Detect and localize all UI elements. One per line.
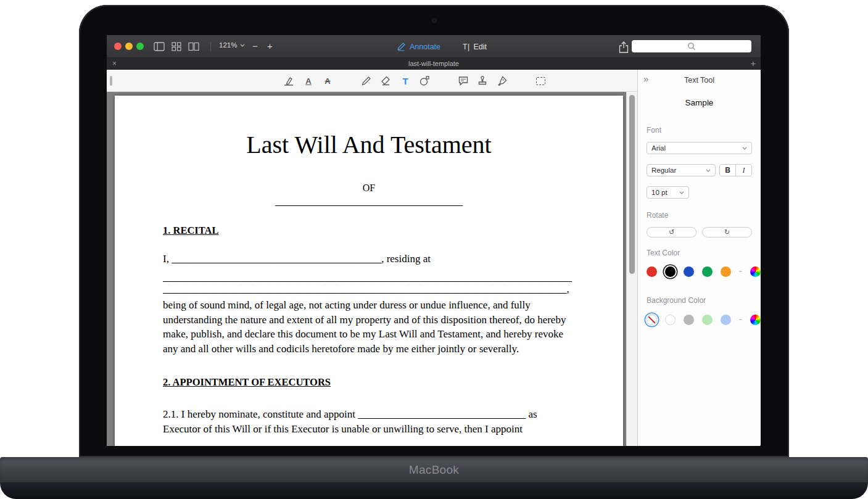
tab-bar: × last-will-template + — [107, 58, 761, 70]
text-color-swatch-0[interactable] — [647, 266, 657, 277]
rotate-right-icon: ↻ — [724, 229, 730, 236]
panel-collapse-button[interactable]: » — [643, 73, 648, 84]
window-titlebar: 121% − + Annotate T| Edit — [107, 35, 761, 58]
panel-title: Text Tool — [647, 76, 752, 85]
font-family-value: Arial — [651, 144, 666, 152]
sidebar-toggle-icon — [154, 42, 165, 51]
eraser-tool-button[interactable] — [379, 74, 392, 88]
section-1-heading: 1. RECITAL — [163, 225, 575, 237]
document-viewport[interactable]: Last Will And Testament OF _____________… — [107, 92, 637, 446]
font-size-dropdown[interactable]: 10 pt — [647, 186, 689, 199]
edit-text-icon: T| — [463, 43, 469, 51]
signature-tool-button[interactable] — [495, 74, 509, 88]
background-color-swatch-5[interactable] — [750, 315, 761, 325]
scrollbar-thumb[interactable] — [629, 95, 635, 274]
shape-icon — [418, 75, 431, 87]
stamp-tool-button[interactable] — [476, 74, 489, 88]
zoom-in-button[interactable]: + — [267, 40, 273, 52]
titlebar-divider — [210, 42, 211, 51]
chevron-down-icon — [706, 169, 711, 172]
search-input[interactable] — [632, 40, 751, 52]
pen-tool-button[interactable] — [360, 74, 373, 88]
annotate-mode-tab[interactable]: Annotate — [397, 42, 440, 51]
background-color-swatch-2[interactable] — [684, 315, 694, 325]
text-tool-button[interactable]: T — [399, 74, 412, 88]
pen-icon — [360, 75, 373, 87]
app-window: 121% − + Annotate T| Edit — [107, 35, 761, 446]
document-page: Last Will And Testament OF _____________… — [115, 96, 623, 446]
eraser-icon — [379, 75, 392, 87]
underline-tool-button[interactable]: A — [302, 74, 315, 88]
tab-title[interactable]: last-will-template — [107, 60, 761, 67]
macbook-base: MacBook — [0, 457, 868, 482]
background-color-swatches — [647, 313, 752, 326]
fullscreen-window-button[interactable] — [136, 43, 144, 50]
chevron-down-icon — [679, 191, 684, 194]
text-color-swatch-5[interactable] — [750, 266, 761, 277]
italic-button[interactable]: I — [735, 164, 752, 176]
minimize-window-button[interactable] — [125, 43, 133, 50]
underline-icon: A — [305, 77, 311, 85]
rotate-left-icon: ↺ — [669, 229, 674, 236]
edit-label: Edit — [474, 43, 487, 51]
search-icon — [687, 42, 696, 51]
text-color-swatch-1[interactable] — [665, 266, 676, 277]
font-size-value: 10 pt — [651, 189, 668, 196]
background-color-swatch-1[interactable] — [665, 315, 676, 325]
background-color-swatch-4[interactable] — [721, 315, 731, 325]
annotate-label: Annotate — [410, 43, 440, 51]
text-color-label: Text Color — [647, 249, 752, 257]
signature-pen-icon — [496, 75, 508, 87]
close-window-button[interactable] — [114, 43, 122, 50]
zoom-level-dropdown[interactable]: 121% — [219, 41, 245, 49]
strikethrough-icon: A — [324, 77, 330, 85]
rotate-left-button[interactable]: ↺ — [647, 227, 696, 237]
share-button[interactable] — [616, 39, 631, 54]
edit-mode-tab[interactable]: T| Edit — [463, 43, 487, 51]
macbook-lid: 121% − + Annotate T| Edit — [79, 5, 789, 457]
rotate-section-label: Rotate — [647, 211, 752, 220]
shape-tool-button[interactable] — [418, 74, 431, 88]
toolbar-handle[interactable] — [110, 76, 112, 86]
stamp-icon — [476, 75, 489, 87]
camera-dot — [432, 19, 436, 22]
sidebar-toggle-button[interactable] — [152, 41, 166, 52]
new-tab-button[interactable]: + — [751, 59, 756, 68]
highlighter-icon — [283, 75, 295, 87]
executors-paragraph: 2.1. I hereby nominate, constitute and a… — [163, 407, 575, 436]
font-style-dropdown[interactable]: Regular — [647, 164, 716, 176]
recital-blank-line-1: ________________________________________… — [163, 272, 575, 284]
note-tool-button[interactable] — [457, 74, 470, 88]
swatch-divider — [739, 319, 742, 320]
select-tool-button[interactable] — [534, 74, 547, 88]
recital-paragraph: being of sound mind, of legal age, not a… — [163, 298, 575, 356]
recital-blank-line-2: ________________________________________… — [163, 284, 575, 295]
background-color-label: Background Color — [647, 296, 752, 305]
zoom-out-button[interactable]: − — [252, 40, 258, 52]
chevron-down-icon — [240, 44, 245, 47]
font-section-label: Font — [647, 126, 752, 134]
note-icon — [457, 75, 469, 87]
text-color-swatch-4[interactable] — [721, 266, 731, 277]
text-color-swatch-3[interactable] — [702, 266, 713, 277]
thumbnails-view-icon — [172, 42, 181, 51]
document-name-blank: ______________________________________ — [163, 196, 575, 207]
document-of-label: OF — [163, 183, 575, 194]
thumbnails-view-button[interactable] — [170, 41, 183, 52]
background-color-swatch-0[interactable] — [647, 315, 657, 325]
vertical-scrollbar[interactable] — [626, 92, 637, 446]
highlight-tool-button[interactable] — [282, 74, 296, 88]
chevron-down-icon — [742, 147, 747, 150]
selection-icon — [536, 77, 545, 85]
two-page-view-button[interactable] — [187, 41, 200, 52]
bold-button[interactable]: B — [719, 164, 736, 176]
annotation-toolbar: A A — [107, 70, 637, 92]
annotate-pen-icon — [397, 42, 406, 51]
document-title: Last Will And Testament — [163, 130, 575, 159]
font-family-dropdown[interactable]: Arial — [647, 142, 752, 154]
strikethrough-tool-button[interactable]: A — [321, 74, 334, 88]
macbook-base-edge — [0, 482, 868, 499]
text-color-swatch-2[interactable] — [684, 266, 694, 277]
background-color-swatch-3[interactable] — [702, 315, 713, 325]
rotate-right-button[interactable]: ↻ — [702, 227, 752, 237]
